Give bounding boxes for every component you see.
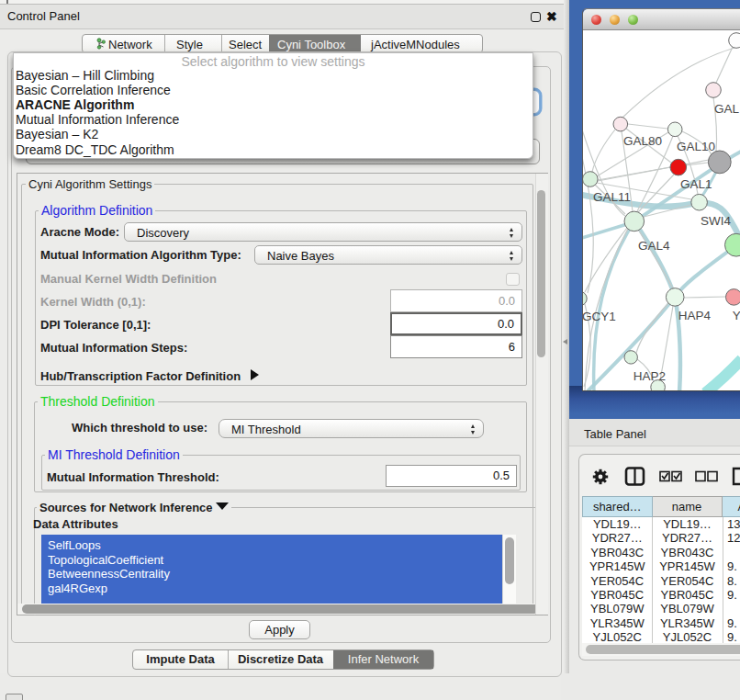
svg-text:SWI4: SWI4 [701,214,731,228]
svg-text:GAL1: GAL1 [680,177,712,191]
svg-text:GAL11: GAL11 [593,190,631,204]
svg-text:GAL10: GAL10 [677,140,715,153]
svg-text:GCY1: GCY1 [583,310,616,323]
svg-text:Y: Y [733,309,740,322]
svg-text:GAL: GAL [714,102,740,116]
svg-text:HAP2: HAP2 [633,369,666,383]
svg-text:GAL4: GAL4 [638,239,670,253]
svg-text:HAP4: HAP4 [678,309,712,322]
svg-text:GAL80: GAL80 [623,134,662,148]
